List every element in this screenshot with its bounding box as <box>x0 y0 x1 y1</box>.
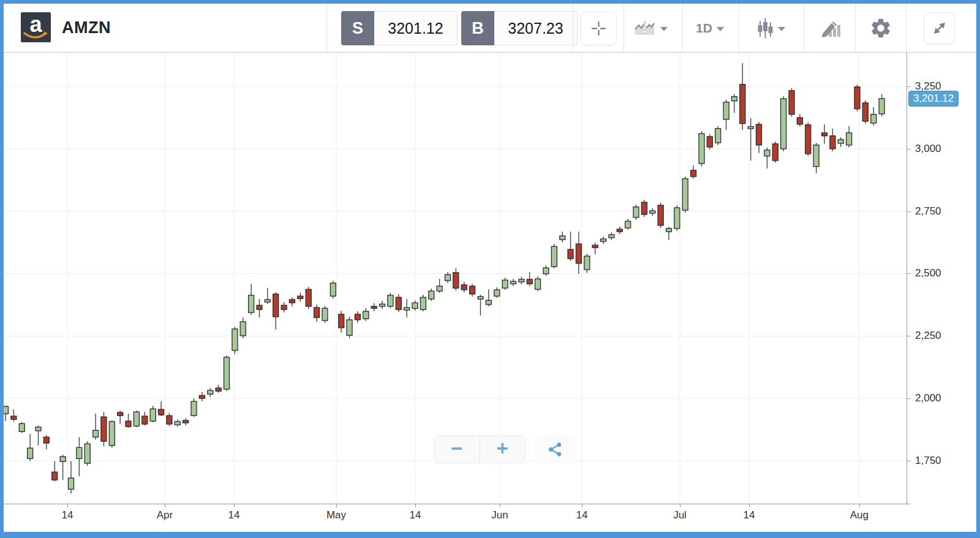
buy-button[interactable]: B <box>461 11 494 45</box>
chevron-down-icon <box>778 27 785 31</box>
settings-button[interactable] <box>869 4 893 53</box>
buy-group: B 3207.23 <box>461 11 578 45</box>
gear-icon <box>869 17 892 40</box>
sell-button[interactable]: S <box>341 11 374 45</box>
time-axis-label: Aug <box>850 509 869 521</box>
separator <box>855 4 856 53</box>
share-icon <box>547 441 564 458</box>
time-axis-label: Jun <box>491 509 508 521</box>
axis-tick <box>859 504 860 507</box>
axis-tick <box>680 504 680 507</box>
sell-price[interactable]: 3201.12 <box>374 11 458 45</box>
separator <box>804 4 804 53</box>
separator <box>573 4 573 53</box>
time-axis-label: Apr <box>157 509 173 521</box>
time-axis-label: 14 <box>410 509 421 521</box>
axis-tick <box>907 273 911 274</box>
timeframe-label: 1D <box>696 21 712 36</box>
axis-tick <box>907 149 911 150</box>
axis-tick <box>415 504 416 507</box>
price-axis-label: 2,250 <box>915 330 941 342</box>
axis-tick <box>749 504 750 507</box>
amazon-smile-icon <box>23 31 48 40</box>
time-axis-label: Jul <box>673 509 687 521</box>
crosshair-button[interactable] <box>580 12 617 45</box>
axis-tick <box>582 504 582 507</box>
chevron-down-icon <box>660 27 668 31</box>
axis-tick <box>165 504 165 507</box>
time-axis-label: 14 <box>228 509 240 521</box>
chart-type-button[interactable] <box>631 4 669 53</box>
time-axis-line <box>4 504 910 504</box>
separator <box>906 4 907 53</box>
candle-style-button[interactable] <box>752 4 790 53</box>
time-axis-label: 14 <box>576 509 587 521</box>
axis-tick <box>500 504 500 507</box>
axis-tick <box>907 336 911 336</box>
chart-window: a AMZN S 3201.12 B 3207.23 <box>0 0 980 538</box>
last-price-tag: 3,201.12 <box>908 91 959 107</box>
axis-tick <box>336 504 337 507</box>
time-axis-label: May <box>326 509 346 521</box>
axis-tick <box>907 398 911 399</box>
price-axis-label: 2,750 <box>915 205 941 218</box>
chevron-down-icon <box>717 27 724 31</box>
zoom-controls: − + <box>434 435 526 463</box>
time-axis-label: 14 <box>62 509 74 521</box>
axis-tick <box>67 504 68 507</box>
price-axis-label: 2,000 <box>915 392 941 404</box>
buy-price[interactable]: 3207.23 <box>494 11 578 45</box>
time-axis-label: 14 <box>743 509 755 521</box>
share-button[interactable] <box>535 435 575 463</box>
symbol-title: AMZN <box>62 18 111 37</box>
pencil-draw-icon <box>818 18 842 38</box>
axis-tick <box>907 86 911 87</box>
axis-tick <box>234 504 235 507</box>
axis-tick <box>907 211 911 212</box>
expand-icon <box>931 20 948 37</box>
separator <box>326 4 327 53</box>
amazon-logo: a <box>21 12 51 42</box>
separator <box>682 4 683 53</box>
separator <box>624 4 624 53</box>
draw-button[interactable] <box>816 4 844 53</box>
price-axis-label: 3,000 <box>915 143 941 155</box>
sell-group: S 3201.12 <box>341 11 458 45</box>
price-axis-label: 2,500 <box>915 267 941 279</box>
candlesticks-icon <box>757 17 774 39</box>
zoom-in-button[interactable]: + <box>480 436 526 463</box>
price-axis-label: 1,750 <box>915 455 941 467</box>
zoom-out-button[interactable]: − <box>434 436 480 463</box>
price-axis-line <box>907 53 907 504</box>
expand-button[interactable] <box>924 12 956 44</box>
axis-tick <box>907 461 911 461</box>
separator <box>739 4 739 53</box>
timeframe-button[interactable]: 1D <box>692 4 728 53</box>
crosshair-icon <box>590 20 607 37</box>
header: a AMZN S 3201.12 B 3207.23 <box>4 4 976 53</box>
area-chart-icon <box>634 20 656 36</box>
